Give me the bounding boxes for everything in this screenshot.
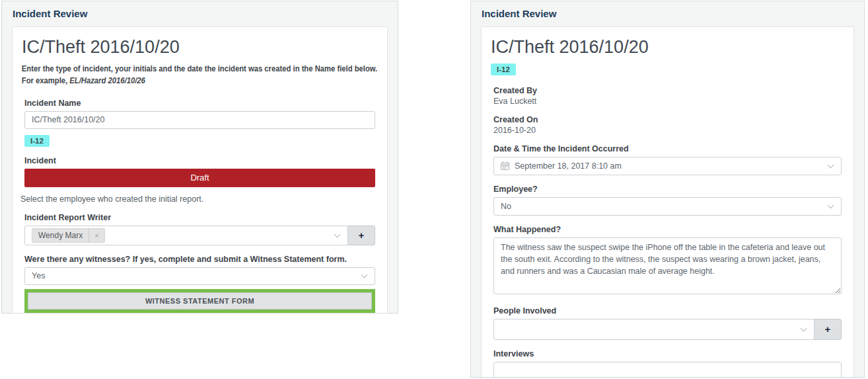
report-writer-label: Incident Report Writer <box>24 213 375 222</box>
what-happened-textarea[interactable]: The witness saw the suspect swipe the iP… <box>493 237 842 294</box>
panel-title: Incident Review <box>471 1 864 26</box>
incident-review-detail-panel: Incident Review IC/Theft 2016/10/20 I-12… <box>470 1 865 378</box>
incident-label: Incident <box>24 156 375 165</box>
incident-review-edit-panel: Incident Review IC/Theft 2016/10/20 Ente… <box>1 1 398 314</box>
created-by-value: Eva Luckett <box>493 97 842 106</box>
witnesses-label: Were there any witnesses? If yes, comple… <box>24 255 375 264</box>
datetime-value: September 18, 2017 8:10 am <box>515 161 622 171</box>
people-involved-label: People Involved <box>493 306 842 316</box>
incident-name-input[interactable] <box>24 111 375 129</box>
witnesses-select[interactable]: Yes <box>24 267 375 285</box>
report-writer-select[interactable]: Wendy Marx × <box>24 226 348 245</box>
created-on-label: Created On <box>493 115 842 124</box>
calendar-icon <box>501 161 509 170</box>
employee-select[interactable]: No <box>493 197 842 216</box>
report-writer-row: Wendy Marx × + <box>24 226 375 245</box>
incident-title: IC/Theft 2016/10/20 <box>489 38 846 58</box>
incident-form-card: IC/Theft 2016/10/20 Enter the type of in… <box>12 26 388 314</box>
add-report-writer-button[interactable]: + <box>347 226 375 245</box>
interviews-input[interactable] <box>493 362 842 378</box>
created-on-value: 2016-10-20 <box>493 126 842 135</box>
selected-person-chip: Wendy Marx × <box>32 228 105 243</box>
incident-title: IC/Theft 2016/10/20 <box>20 38 379 58</box>
report-writer-helper: Select the employee who created the init… <box>20 194 375 204</box>
form-description: Enter the type of incident, your initial… <box>20 63 379 87</box>
form-description-text: Enter the type of incident, your initial… <box>22 64 377 73</box>
what-happened-label: What Happened? <box>493 225 842 234</box>
witness-button-highlight: WITNESS STATEMENT FORM <box>24 289 375 313</box>
page: Incident Review IC/Theft 2016/10/20 Ente… <box>0 0 868 379</box>
witness-statement-form-button[interactable]: WITNESS STATEMENT FORM <box>28 292 372 310</box>
selected-person-name: Wendy Marx <box>32 229 89 242</box>
panel-title: Incident Review <box>2 1 398 26</box>
chevron-down-icon <box>801 325 807 331</box>
incident-detail-card: IC/Theft 2016/10/20 I-12 Created By Eva … <box>481 26 854 378</box>
form-fields: Incident Name I-12 Incident Draft Select… <box>20 99 379 313</box>
incident-id-badge: I-12 <box>24 135 50 147</box>
employee-selected-value: No <box>501 202 511 211</box>
interviews-label: Interviews <box>493 349 842 358</box>
datetime-picker[interactable]: September 18, 2017 8:10 am <box>493 157 842 175</box>
datetime-label: Date & Time the Incident Occurred <box>493 144 842 153</box>
remove-person-icon[interactable]: × <box>89 229 104 242</box>
form-example-text: EL/Hazard 2016/10/26 <box>69 76 145 85</box>
draft-status-bar[interactable]: Draft <box>24 169 375 187</box>
created-by-label: Created By <box>493 86 842 95</box>
chevron-down-icon <box>334 231 341 237</box>
employee-label: Employee? <box>493 185 842 194</box>
people-involved-row: + <box>493 319 842 340</box>
chevron-down-icon <box>828 202 834 208</box>
incident-id-badge: I-12 <box>491 63 516 75</box>
people-involved-select[interactable] <box>493 319 814 340</box>
add-person-button[interactable]: + <box>814 319 842 340</box>
form-example-prefix: For example, <box>22 76 70 85</box>
witnesses-selected-value: Yes <box>32 271 45 280</box>
chevron-down-icon <box>828 161 834 168</box>
detail-fields: Created By Eva Luckett Created On 2016-1… <box>489 86 846 378</box>
chevron-down-icon <box>361 272 368 278</box>
incident-name-label: Incident Name <box>24 99 375 108</box>
